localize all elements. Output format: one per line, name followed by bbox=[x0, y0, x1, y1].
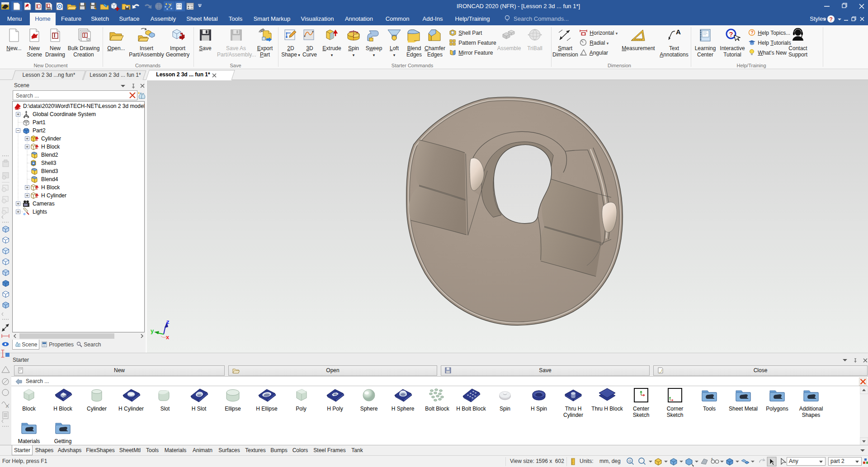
svg-text:?: ? bbox=[830, 16, 833, 23]
svg-text:6: 6 bbox=[711, 458, 713, 461]
svg-text:A: A bbox=[676, 28, 681, 36]
svg-text:y: y bbox=[151, 327, 154, 334]
svg-text:z: z bbox=[166, 318, 170, 325]
svg-text:Q: Q bbox=[628, 459, 631, 463]
svg-text:?: ? bbox=[751, 30, 754, 35]
svg-text:I: I bbox=[37, 4, 38, 9]
svg-text:?: ? bbox=[729, 30, 733, 38]
svg-text:A: A bbox=[6, 404, 9, 409]
svg-text:I: I bbox=[84, 33, 85, 38]
svg-text:I: I bbox=[47, 4, 48, 8]
svg-text:I: I bbox=[54, 33, 55, 39]
svg-text:x: x bbox=[166, 334, 170, 341]
